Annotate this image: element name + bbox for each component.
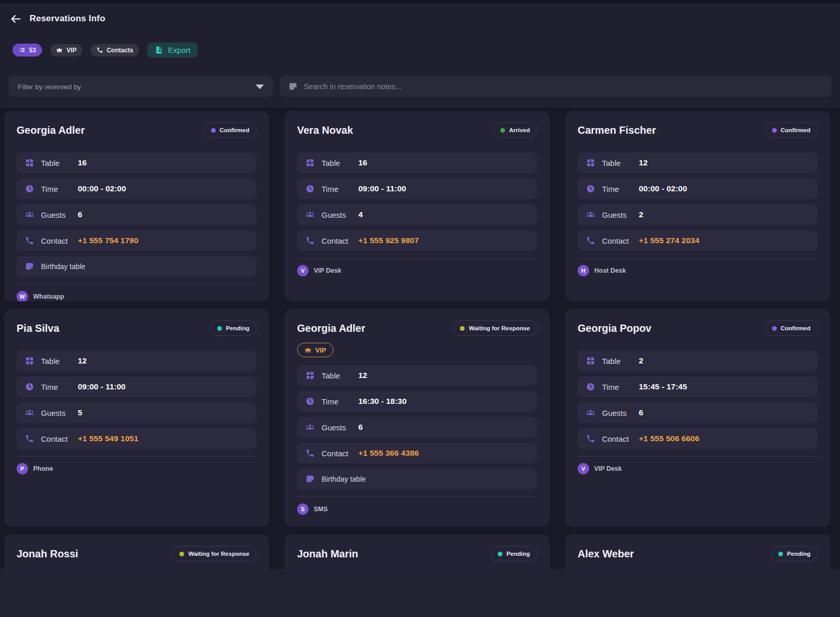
card-body: Table 12 Time 16:30 - 18:30 Guests 6 Con…: [297, 365, 537, 489]
guests-icon: [586, 408, 595, 417]
contacts-filter-chip[interactable]: Contacts: [91, 44, 139, 57]
card-header: Pia Silva Pending: [17, 320, 257, 336]
time-value: 15:45 - 17:45: [639, 382, 687, 391]
reserved-by-label: VIP Desk: [594, 465, 622, 472]
guests-value: 6: [358, 423, 363, 432]
time-label: Time: [321, 185, 358, 193]
reserved-by-avatar: V: [297, 265, 309, 276]
reservation-count-chip[interactable]: 53: [12, 44, 42, 57]
back-button[interactable]: [9, 12, 22, 25]
status-dot: [772, 128, 777, 133]
time-row: Time 15:45 - 17:45: [578, 376, 818, 397]
contact-value[interactable]: +1 555 366 4386: [358, 448, 419, 458]
card-footer: V VIP Desk: [578, 456, 818, 474]
time-row: Time 09:00 - 11:00: [297, 178, 537, 199]
card-body: Table 12 Time 09:00 - 11:00 Guests 5 Con…: [17, 350, 257, 449]
contact-row: Contact +1 555 506 6606: [578, 428, 818, 449]
card-body: Table 2 Time 15:45 - 17:45 Guests 6 Cont…: [578, 350, 818, 449]
table-label: Table: [321, 159, 358, 167]
guests-value: 6: [78, 210, 82, 219]
time-value: 00:00 - 02:00: [78, 184, 126, 193]
guests-value: 2: [639, 210, 643, 219]
card-header: Georgia Adler Waiting for Response: [297, 320, 537, 336]
time-value: 09:00 - 11:00: [358, 184, 406, 193]
guests-row: Guests 6: [297, 417, 537, 438]
vip-badge-label: VIP: [315, 346, 326, 354]
reserved-by-label: VIP Desk: [314, 267, 341, 274]
phone-icon: [586, 434, 595, 443]
card-header: Georgia Popov Confirmed: [578, 320, 818, 336]
note-text: Birthday table: [321, 475, 366, 483]
status-label: Confirmed: [220, 127, 250, 133]
chevron-down-icon: [256, 85, 264, 89]
table-value: 2: [639, 356, 643, 366]
contact-value[interactable]: +1 555 274 2034: [639, 236, 699, 245]
guests-value: 4: [358, 210, 363, 219]
contact-value[interactable]: +1 555 754 1790: [78, 236, 138, 245]
export-button[interactable]: Export: [147, 43, 198, 58]
clock-icon: [25, 382, 34, 391]
notes-search-input[interactable]: [303, 82, 823, 91]
guests-label: Guests: [602, 409, 639, 417]
table-icon: [25, 356, 34, 366]
clock-icon: [305, 184, 315, 193]
guest-name: Carmen Fischer: [578, 124, 656, 136]
time-label: Time: [41, 185, 78, 193]
reservation-card: Vera Novak Arrived Table 16 Time 09:00 -…: [285, 111, 550, 301]
status-badge: Pending: [771, 546, 818, 562]
contact-value[interactable]: +1 555 549 1051: [78, 434, 138, 443]
card-footer: V VIP Desk: [297, 258, 537, 276]
crown-icon: [304, 346, 312, 354]
vip-filter-chip[interactable]: VIP: [50, 44, 82, 57]
time-label: Time: [321, 397, 358, 406]
card-body: Table 12 Time 00:00 - 02:00 Guests 2 Con…: [578, 152, 818, 251]
status-dot: [772, 326, 777, 331]
reservation-card: Jonah Marin Pending: [285, 535, 550, 569]
table-label: Table: [602, 357, 639, 366]
status-label: Confirmed: [781, 325, 811, 331]
reserved-by-avatar: V: [578, 463, 589, 474]
guests-icon: [586, 210, 595, 219]
table-row: Table 12: [578, 152, 818, 173]
contact-value[interactable]: +1 555 506 6606: [639, 434, 699, 443]
reserved-by-select-label: Filter by reserved by: [18, 83, 81, 91]
contact-label: Contact: [602, 236, 639, 245]
status-dot: [217, 326, 222, 331]
status-dot: [500, 128, 505, 133]
contact-row: Contact +1 555 366 4386: [297, 443, 537, 464]
guest-name: Jonah Rossi: [17, 548, 78, 560]
filters-row: Filter by reserved by: [8, 76, 832, 97]
reservation-card: Pia Silva Pending Table 12 Time 09:00 - …: [4, 309, 269, 527]
clock-icon: [305, 397, 315, 406]
reservation-card: Carmen Fischer Confirmed Table 12 Time 0…: [565, 111, 830, 301]
guests-icon: [305, 210, 315, 219]
guests-row: Guests 6: [17, 204, 257, 225]
time-row: Time 16:30 - 18:30: [297, 391, 537, 412]
reserved-by-select[interactable]: Filter by reserved by: [8, 76, 273, 97]
reservations-section: Georgia Adler Confirmed Table 16 Time 00…: [0, 107, 840, 569]
guests-value: 6: [639, 408, 643, 417]
reserved-by-label: Host Desk: [594, 267, 626, 274]
phone-icon: [305, 448, 315, 458]
table-value: 12: [78, 356, 87, 366]
guests-row: Guests 2: [578, 204, 818, 225]
header-row: Reservations Info: [0, 3, 840, 28]
reservation-card: Georgia Adler Confirmed Table 16 Time 00…: [4, 111, 269, 301]
note-icon: [25, 262, 34, 271]
card-body: Table 16 Time 09:00 - 11:00 Guests 4 Con…: [297, 152, 537, 251]
status-dot: [778, 552, 783, 556]
vip-badge: VIP: [297, 343, 333, 357]
guest-name: Alex Weber: [578, 548, 634, 560]
guests-label: Guests: [602, 211, 639, 219]
reserved-by-avatar: P: [17, 463, 28, 474]
time-row: Time 00:00 - 02:00: [578, 178, 818, 199]
contacts-filter-label: Contacts: [107, 47, 133, 54]
contact-label: Contact: [41, 434, 78, 443]
reservation-card: Georgia Popov Confirmed Table 2 Time 15:…: [565, 309, 830, 527]
time-row: Time 00:00 - 02:00: [17, 178, 257, 199]
contact-value[interactable]: +1 555 925 9807: [358, 236, 419, 245]
reserved-by-avatar: H: [578, 265, 589, 276]
phone-icon: [586, 236, 595, 245]
header-panel: Reservations Info 53 VIP Contacts Export…: [0, 3, 840, 107]
contact-row: Contact +1 555 274 2034: [578, 230, 818, 251]
